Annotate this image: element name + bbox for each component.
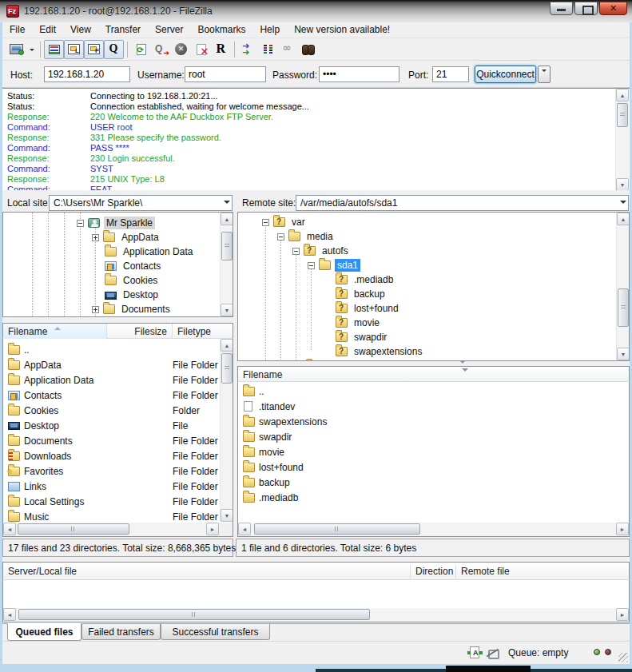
file-row-favorites[interactable]: FavoritesFile Folder xyxy=(3,463,233,479)
tree-item-contacts[interactable]: Contacts xyxy=(105,259,163,273)
file-row-mediadb[interactable]: .mediadb xyxy=(238,490,629,505)
tree-item-appdata[interactable]: AppData xyxy=(92,230,161,245)
scroll-thumb[interactable] xyxy=(18,609,370,620)
column-header-filetype[interactable]: Filetype xyxy=(173,324,221,339)
file-row-downloads[interactable]: DownloadsFile Folder xyxy=(3,448,233,463)
column-header-remote-file[interactable]: Remote file xyxy=(456,563,629,580)
menu-new-version[interactable]: New version available! xyxy=(287,22,397,38)
tree-item-swapextensions[interactable]: swapextensions xyxy=(336,344,424,359)
cancel-operation-button[interactable] xyxy=(171,40,191,59)
scroll-left-button[interactable] xyxy=(3,523,16,535)
tree-item-desktop[interactable]: Desktop xyxy=(105,288,161,302)
file-row-cookies[interactable]: CookiesFolder xyxy=(3,403,233,418)
file-row-documents[interactable]: DocumentsFile Folder xyxy=(3,433,233,448)
remote-file-list[interactable]: .. .titandev swapextensions swapdir movi… xyxy=(237,382,630,523)
scroll-thumb[interactable] xyxy=(618,288,629,327)
maximize-button[interactable] xyxy=(574,2,598,15)
file-row-movie[interactable]: movie xyxy=(238,444,629,459)
menu-bookmarks[interactable]: Bookmarks xyxy=(190,22,252,38)
tree-item-sda1[interactable]: sda1 xyxy=(308,258,360,272)
collapse-icon[interactable] xyxy=(77,220,84,227)
menu-help[interactable]: Help xyxy=(252,22,287,38)
scroll-up-button[interactable] xyxy=(616,89,629,101)
menu-view[interactable]: View xyxy=(63,22,98,38)
reconnect-button[interactable] xyxy=(211,40,231,59)
close-button[interactable] xyxy=(599,2,627,15)
minimize-button[interactable] xyxy=(550,2,573,15)
tree-item-mediadb[interactable]: .mediadb xyxy=(336,272,395,287)
tree-item-cookies[interactable]: Cookies xyxy=(105,273,160,288)
expand-icon[interactable] xyxy=(92,306,99,313)
password-input[interactable] xyxy=(319,66,399,82)
username-input[interactable] xyxy=(185,66,266,82)
scroll-down-button[interactable] xyxy=(616,178,629,190)
scroll-thumb[interactable] xyxy=(221,353,233,384)
column-header-direction[interactable]: Direction xyxy=(411,563,455,580)
find-files-button[interactable] xyxy=(298,40,318,59)
tree-item-downloads[interactable]: Downloads xyxy=(92,316,171,317)
tab-failed-transfers[interactable]: Failed transfers xyxy=(81,624,161,640)
expand-icon[interactable] xyxy=(92,234,99,241)
log-scrollbar[interactable] xyxy=(615,89,629,190)
tree-item-swapdir[interactable]: swapdir xyxy=(336,330,389,344)
title-bar[interactable]: 192.168.1.20 - root@192.168.1.20 - FileZ… xyxy=(0,0,632,22)
file-row-backup[interactable]: backup xyxy=(238,475,629,490)
quickconnect-dropdown[interactable] xyxy=(538,66,551,83)
file-row-desktop[interactable]: DesktopFile xyxy=(3,418,233,433)
scroll-down-button[interactable] xyxy=(617,348,630,360)
remote-site-combo[interactable]: /var/media/autofs/sda1 xyxy=(296,195,629,211)
menu-edit[interactable]: Edit xyxy=(32,22,63,38)
sync-browsing-button[interactable] xyxy=(258,40,278,59)
file-row-music[interactable]: MusicFile Folder xyxy=(3,509,233,523)
local-treeview-toggle-button[interactable] xyxy=(64,40,84,59)
queue-hscrollbar[interactable] xyxy=(2,608,630,622)
column-header-server-local-file[interactable]: Server/Local file xyxy=(3,563,410,580)
collapse-icon[interactable] xyxy=(262,219,269,226)
tree-item-documents[interactable]: Documents xyxy=(92,302,173,316)
scroll-thumb[interactable] xyxy=(254,523,420,535)
collapse-icon[interactable] xyxy=(292,248,300,255)
column-header-filename[interactable]: Filename xyxy=(238,367,629,382)
file-row-swapdir[interactable]: swapdir xyxy=(238,429,629,444)
file-row-lost-found[interactable]: lost+found xyxy=(238,459,629,475)
scroll-up-button[interactable] xyxy=(221,339,233,352)
file-row-local-settings[interactable]: Local SettingsFile Folder xyxy=(3,494,233,509)
menu-transfer[interactable]: Transfer xyxy=(98,22,148,38)
remote-tree-scrollbar[interactable] xyxy=(616,213,630,360)
collapse-icon[interactable] xyxy=(277,233,284,241)
site-manager-button[interactable] xyxy=(6,40,26,59)
scroll-down-button[interactable] xyxy=(221,509,233,522)
scroll-left-button[interactable] xyxy=(3,608,16,621)
local-tree-scrollbar[interactable] xyxy=(220,213,233,316)
file-row-links[interactable]: LinksFile Folder xyxy=(3,479,233,494)
scroll-thumb[interactable] xyxy=(18,523,129,535)
scroll-up-button[interactable] xyxy=(221,213,233,225)
remote-list-hscrollbar[interactable] xyxy=(237,523,630,537)
file-row-up[interactable]: .. xyxy=(238,384,629,399)
file-row-appdata[interactable]: AppDataFile Folder xyxy=(3,357,233,372)
local-site-combo[interactable]: C:\Users\Mr Sparkle\ xyxy=(49,195,233,211)
message-log[interactable]: Status:Connecting to 192.168.1.20:21... … xyxy=(2,88,630,190)
scroll-up-button[interactable] xyxy=(617,213,630,225)
directory-comparison-button[interactable] xyxy=(238,40,258,59)
quickconnect-button[interactable]: Quickconnect xyxy=(475,66,536,83)
chevron-down-icon[interactable] xyxy=(620,201,626,207)
message-log-toggle-button[interactable] xyxy=(44,40,64,59)
scroll-right-button[interactable] xyxy=(616,608,629,621)
remote-directory-tree[interactable]: var media autofs sda1 .mediadb backup lo… xyxy=(237,212,630,361)
local-directory-tree[interactable]: Mr Sparkle AppData Application Data Cont… xyxy=(2,212,233,317)
tree-item-application-data[interactable]: Application Data xyxy=(105,245,195,259)
process-queue-button[interactable] xyxy=(151,40,171,59)
tree-item-backup[interactable]: backup xyxy=(336,287,388,301)
column-header-filename[interactable]: Filename xyxy=(3,324,107,339)
scroll-thumb[interactable] xyxy=(617,103,628,127)
tree-item-movie[interactable]: movie xyxy=(336,316,382,330)
local-list-scrollbar[interactable] xyxy=(220,339,233,522)
tree-item-var[interactable]: var xyxy=(262,215,308,229)
queue-list[interactable] xyxy=(2,580,630,608)
scroll-right-button[interactable] xyxy=(206,523,219,535)
unsecure-connection-icon[interactable] xyxy=(487,648,499,658)
file-row-swapextensions[interactable]: swapextensions xyxy=(238,414,629,429)
collapse-icon[interactable] xyxy=(308,262,315,269)
scroll-left-button[interactable] xyxy=(238,523,251,535)
